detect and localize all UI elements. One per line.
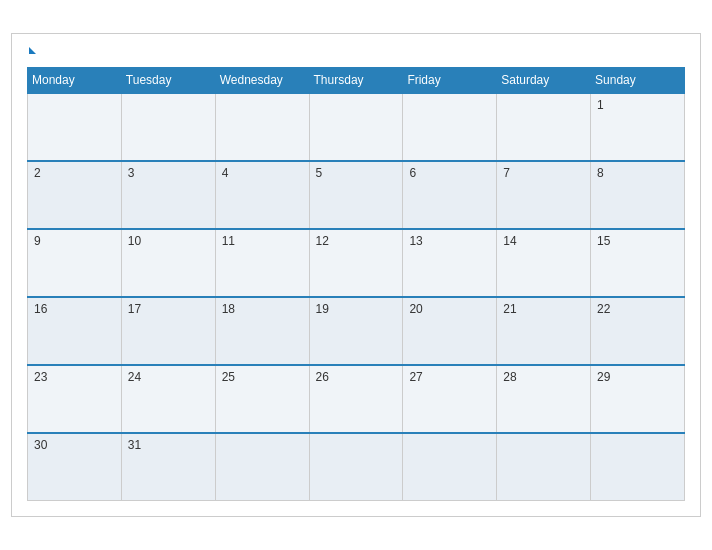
- day-number: 31: [128, 438, 141, 452]
- calendar-cell: 31: [121, 433, 215, 501]
- calendar-week-row: 9101112131415: [28, 229, 685, 297]
- weekday-header-wednesday: Wednesday: [215, 67, 309, 93]
- calendar-cell: 26: [309, 365, 403, 433]
- day-number: 28: [503, 370, 516, 384]
- calendar-cell: [28, 93, 122, 161]
- calendar-cell: [497, 433, 591, 501]
- calendar-grid: MondayTuesdayWednesdayThursdayFridaySatu…: [27, 67, 685, 502]
- calendar-cell: [215, 433, 309, 501]
- day-number: 15: [597, 234, 610, 248]
- calendar-cell: 14: [497, 229, 591, 297]
- calendar-week-row: 3031: [28, 433, 685, 501]
- day-number: 1: [597, 98, 604, 112]
- calendar-cell: 25: [215, 365, 309, 433]
- calendar-cell: 24: [121, 365, 215, 433]
- calendar-cell: [309, 93, 403, 161]
- weekday-header-monday: Monday: [28, 67, 122, 93]
- calendar-cell: 30: [28, 433, 122, 501]
- calendar-week-row: 2345678: [28, 161, 685, 229]
- day-number: 10: [128, 234, 141, 248]
- day-number: 30: [34, 438, 47, 452]
- calendar-cell: [497, 93, 591, 161]
- day-number: 18: [222, 302, 235, 316]
- logo: [27, 48, 36, 55]
- calendar-cell: 4: [215, 161, 309, 229]
- day-number: 16: [34, 302, 47, 316]
- day-number: 22: [597, 302, 610, 316]
- calendar-week-row: 16171819202122: [28, 297, 685, 365]
- calendar-week-row: 1: [28, 93, 685, 161]
- day-number: 17: [128, 302, 141, 316]
- calendar-week-row: 23242526272829: [28, 365, 685, 433]
- calendar-cell: 16: [28, 297, 122, 365]
- calendar-cell: 22: [591, 297, 685, 365]
- calendar-cell: [591, 433, 685, 501]
- calendar-cell: 10: [121, 229, 215, 297]
- weekday-header-friday: Friday: [403, 67, 497, 93]
- day-number: 20: [409, 302, 422, 316]
- logo-triangle-icon: [29, 47, 36, 54]
- calendar-header: [27, 44, 685, 59]
- calendar-cell: 1: [591, 93, 685, 161]
- day-number: 12: [316, 234, 329, 248]
- day-number: 19: [316, 302, 329, 316]
- calendar-cell: [309, 433, 403, 501]
- day-number: 13: [409, 234, 422, 248]
- day-number: 23: [34, 370, 47, 384]
- calendar-cell: 23: [28, 365, 122, 433]
- calendar-cell: 29: [591, 365, 685, 433]
- day-number: 3: [128, 166, 135, 180]
- calendar-cell: 2: [28, 161, 122, 229]
- day-number: 25: [222, 370, 235, 384]
- calendar-cell: 19: [309, 297, 403, 365]
- day-number: 7: [503, 166, 510, 180]
- weekday-header-row: MondayTuesdayWednesdayThursdayFridaySatu…: [28, 67, 685, 93]
- day-number: 11: [222, 234, 235, 248]
- calendar-cell: 17: [121, 297, 215, 365]
- calendar-cell: 12: [309, 229, 403, 297]
- day-number: 2: [34, 166, 41, 180]
- weekday-header-saturday: Saturday: [497, 67, 591, 93]
- calendar-cell: 27: [403, 365, 497, 433]
- calendar-cell: [121, 93, 215, 161]
- day-number: 9: [34, 234, 41, 248]
- day-number: 6: [409, 166, 416, 180]
- calendar-cell: 9: [28, 229, 122, 297]
- calendar-cell: 6: [403, 161, 497, 229]
- day-number: 26: [316, 370, 329, 384]
- calendar-cell: 15: [591, 229, 685, 297]
- day-number: 27: [409, 370, 422, 384]
- day-number: 14: [503, 234, 516, 248]
- calendar-cell: [403, 93, 497, 161]
- calendar-cell: 21: [497, 297, 591, 365]
- calendar-cell: 7: [497, 161, 591, 229]
- weekday-header-thursday: Thursday: [309, 67, 403, 93]
- day-number: 8: [597, 166, 604, 180]
- weekday-header-tuesday: Tuesday: [121, 67, 215, 93]
- calendar-cell: 5: [309, 161, 403, 229]
- calendar-cell: 20: [403, 297, 497, 365]
- calendar-cell: 3: [121, 161, 215, 229]
- calendar-cell: 11: [215, 229, 309, 297]
- calendar-cell: [215, 93, 309, 161]
- day-number: 21: [503, 302, 516, 316]
- calendar-cell: 8: [591, 161, 685, 229]
- day-number: 29: [597, 370, 610, 384]
- calendar-container: MondayTuesdayWednesdayThursdayFridaySatu…: [11, 33, 701, 518]
- weekday-header-sunday: Sunday: [591, 67, 685, 93]
- day-number: 24: [128, 370, 141, 384]
- calendar-cell: 18: [215, 297, 309, 365]
- calendar-cell: 13: [403, 229, 497, 297]
- calendar-cell: 28: [497, 365, 591, 433]
- calendar-cell: [403, 433, 497, 501]
- day-number: 4: [222, 166, 229, 180]
- day-number: 5: [316, 166, 323, 180]
